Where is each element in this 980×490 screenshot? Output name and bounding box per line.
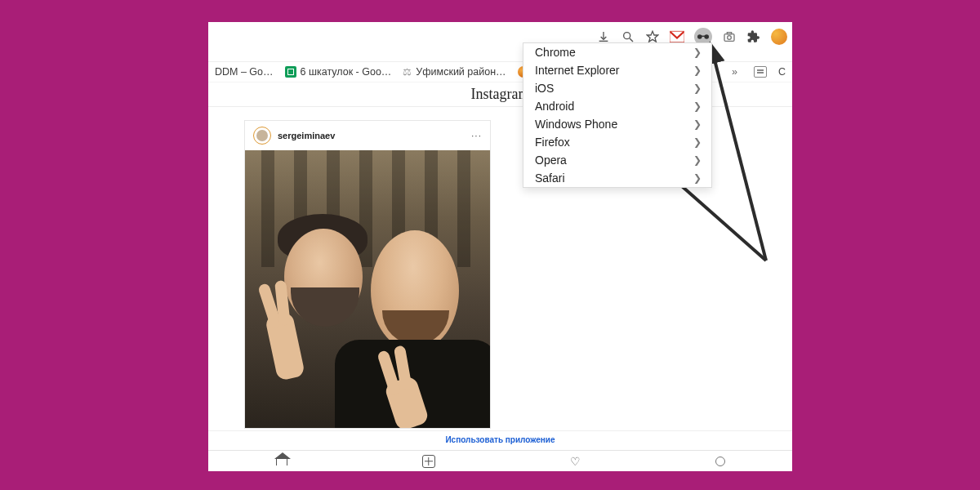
svg-rect-0 [599,41,608,42]
dropdown-item-ie[interactable]: Internet Explorer ❯ [523,61,711,79]
user-agent-dropdown: Chrome ❯ Internet Explorer ❯ iOS ❯ Andro… [523,42,712,188]
instagram-post: sergeiminaev ··· [244,120,491,429]
bookmark-item[interactable]: 6 шкатулок - Goo… [285,66,392,78]
post-header: sergeiminaev ··· [245,121,490,150]
svg-line-2 [630,38,633,42]
profile-avatar-icon[interactable] [771,29,787,45]
svg-rect-8 [724,34,734,42]
post-username[interactable]: sergeiminaev [278,131,335,140]
dropdown-item-opera[interactable]: Opera ❯ [523,151,711,169]
dropdown-item-windows-phone[interactable]: Windows Phone ❯ [523,115,711,133]
bookmark-item[interactable]: DDM – Go… [215,66,274,78]
bookmark-tail: C [778,66,786,78]
reading-list-icon[interactable] [754,66,767,78]
extensions-icon[interactable] [746,29,761,44]
chevron-right-icon: ❯ [693,118,702,130]
nav-heart-icon[interactable]: ♡ [570,455,581,468]
nav-profile-icon[interactable] [715,457,725,466]
dropdown-item-safari[interactable]: Safari ❯ [523,169,711,187]
instagram-nav: ♡ [208,450,792,471]
chevron-right-icon: ❯ [693,154,702,166]
instagram-cta[interactable]: Использовать приложение [208,430,792,448]
dropdown-label: Internet Explorer [535,64,620,77]
svg-rect-10 [727,33,731,34]
nav-home-icon[interactable] [276,457,287,466]
bookmark-label: Уфимский район… [416,66,506,78]
svg-marker-3 [647,31,657,42]
chevron-right-icon: ❯ [693,172,702,184]
dropdown-item-chrome[interactable]: Chrome ❯ [523,43,711,61]
dropdown-label: Safari [535,172,565,185]
bookmark-label: DDM – Go… [215,66,274,78]
svg-point-9 [728,36,732,40]
bookmark-label: 6 шкатулок - Goo… [301,66,392,78]
instagram-logo[interactable]: Instagram [471,86,530,103]
chevron-right-icon: ❯ [693,100,702,112]
svg-point-1 [624,33,630,39]
dropdown-label: Windows Phone [535,118,617,131]
svg-rect-5 [697,34,702,39]
post-photo[interactable] [245,150,490,428]
chevron-right-icon: ❯ [693,65,702,76]
sheets-icon [285,66,296,78]
chevron-right-icon: ❯ [693,82,702,94]
dropdown-label: Chrome [535,46,576,59]
dropdown-label: Opera [535,154,567,167]
dropdown-label: Firefox [535,136,570,149]
bookmark-item[interactable]: ⚖ Уфимский район… [403,66,506,78]
post-avatar-icon[interactable] [253,127,271,145]
bookmark-overflow[interactable]: » [727,66,742,78]
dropdown-item-android[interactable]: Android ❯ [523,97,711,115]
dropdown-label: iOS [535,82,554,95]
nav-add-icon[interactable] [422,455,435,468]
svg-rect-6 [704,34,709,39]
chevron-right-icon: ❯ [693,136,702,148]
scales-icon: ⚖ [403,66,412,78]
svg-rect-7 [702,36,705,37]
dropdown-item-ios[interactable]: iOS ❯ [523,79,711,97]
dropdown-item-firefox[interactable]: Firefox ❯ [523,133,711,151]
camera-icon[interactable] [722,29,737,44]
chevron-right-icon: ❯ [693,47,702,58]
dropdown-label: Android [535,100,574,113]
post-menu-icon[interactable]: ··· [471,130,482,141]
